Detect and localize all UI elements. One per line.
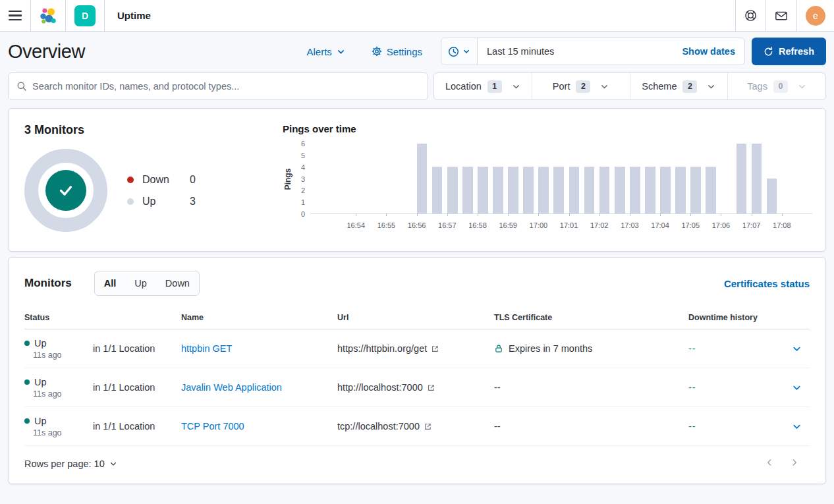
chevron-down-icon xyxy=(109,460,117,468)
ping-bar xyxy=(584,167,595,213)
space-selector[interactable]: D xyxy=(66,0,105,31)
x-tick-mark xyxy=(478,213,478,216)
settings-button[interactable]: Settings xyxy=(372,46,422,57)
space-badge[interactable]: D xyxy=(74,5,96,26)
ping-bar xyxy=(706,167,716,213)
tls-cell: -- xyxy=(494,421,688,432)
x-tick-mark xyxy=(782,213,783,216)
x-tick-mark xyxy=(660,213,661,216)
certificates-status-link[interactable]: Certificates status xyxy=(724,278,810,289)
downtime-history-cell: -- xyxy=(688,421,786,432)
filter-tags-button: Tags 0 xyxy=(728,73,825,99)
gear-icon xyxy=(372,46,382,57)
url-cell: tcp://localhost:7000 xyxy=(337,421,494,432)
legend-label: Up xyxy=(142,196,190,208)
downtime-history-cell: -- xyxy=(688,382,786,393)
x-tick-mark xyxy=(508,213,509,216)
refresh-button[interactable]: Refresh xyxy=(752,38,826,65)
help-icon xyxy=(744,9,757,22)
status-up-dot xyxy=(24,341,30,346)
search-input[interactable] xyxy=(32,81,420,92)
snapshot-legend: Down 0 Up 3 xyxy=(127,174,196,208)
x-tick-label: 17:02 xyxy=(590,221,609,229)
alerts-dropdown-button[interactable]: Alerts xyxy=(306,46,345,57)
legend-dot xyxy=(127,177,134,183)
lock-icon xyxy=(494,344,503,353)
next-page-button[interactable] xyxy=(790,458,799,469)
x-tick-label: 17:05 xyxy=(682,221,700,229)
column-header-url: Url xyxy=(337,308,494,329)
chevron-down-icon xyxy=(792,344,802,354)
status-donut-chart xyxy=(24,149,107,232)
ping-bar xyxy=(417,144,428,213)
filter-location-button[interactable]: Location 1 xyxy=(434,73,532,99)
x-tick-label: 17:07 xyxy=(742,221,761,229)
legend-item-up: Up 3 xyxy=(127,196,196,208)
downtime-history-cell: -- xyxy=(688,343,786,354)
rows-per-page-button[interactable]: Rows per page: 10 xyxy=(24,459,117,469)
status-up-dot xyxy=(24,379,30,385)
status-timestamp: 11s ago xyxy=(33,389,93,399)
external-link-icon[interactable] xyxy=(424,422,432,431)
filter-label: Location xyxy=(445,81,482,92)
x-tick-mark xyxy=(447,213,448,216)
help-button[interactable] xyxy=(735,0,765,31)
chevron-down-icon xyxy=(798,82,806,91)
ping-bar xyxy=(660,167,671,213)
status-label: Up xyxy=(34,338,47,349)
refresh-icon xyxy=(764,47,773,57)
show-dates-button[interactable]: Show dates xyxy=(673,46,744,57)
quick-ranges-button[interactable] xyxy=(441,38,478,65)
page-title: Overview xyxy=(8,41,85,63)
tls-cell: Expires in 7 months xyxy=(494,343,688,354)
legend-value: 0 xyxy=(190,174,196,186)
time-range-value[interactable]: Last 15 minutes xyxy=(478,46,673,57)
monitor-url: tcp://localhost:7000 xyxy=(337,421,420,432)
elastic-logo[interactable] xyxy=(31,0,66,31)
ping-bar xyxy=(462,167,473,213)
settings-label: Settings xyxy=(387,46,422,57)
user-menu[interactable]: e xyxy=(796,0,834,31)
external-link-icon[interactable] xyxy=(431,345,439,353)
tab-up[interactable]: Up xyxy=(125,271,156,295)
status-label: Up xyxy=(34,416,47,426)
chart-plot-area[interactable]: 16:5416:5516:5616:5716:5816:5917:0017:01… xyxy=(310,144,812,214)
y-tick-label: 0 xyxy=(301,210,305,218)
x-tick-label: 17:08 xyxy=(773,221,791,229)
expand-row-button[interactable] xyxy=(786,338,807,359)
search-box[interactable] xyxy=(8,72,428,100)
x-tick-label: 16:54 xyxy=(347,221,366,229)
menu-section[interactable] xyxy=(0,0,31,31)
x-tick-label: 16:57 xyxy=(438,221,457,229)
tab-down[interactable]: Down xyxy=(156,271,199,295)
monitor-name-link[interactable]: Javalin Web Application xyxy=(181,382,282,393)
newsfeed-button[interactable] xyxy=(765,0,796,31)
table-header-row: StatusNameUrlTLS CertificateDowntime his… xyxy=(24,308,810,329)
filter-scheme-button[interactable]: Scheme 2 xyxy=(630,73,729,99)
ping-bar xyxy=(478,167,488,213)
url-cell: https://httpbin.org/get xyxy=(337,343,494,354)
tls-value: -- xyxy=(494,382,501,393)
tab-all[interactable]: All xyxy=(95,271,126,295)
chevron-down-icon xyxy=(512,82,520,91)
previous-page-button[interactable] xyxy=(765,458,774,469)
expand-row-button[interactable] xyxy=(786,377,807,398)
filter-port-button[interactable]: Port 2 xyxy=(532,73,630,99)
filter-label: Scheme xyxy=(642,81,677,92)
ping-bar xyxy=(615,167,625,213)
expand-row-button[interactable] xyxy=(786,416,807,437)
status-cell: Up 11s ago xyxy=(24,377,93,399)
external-link-icon[interactable] xyxy=(427,383,435,392)
mail-icon xyxy=(775,9,788,22)
x-tick-mark xyxy=(690,213,691,216)
x-tick-label: 17:04 xyxy=(651,221,669,229)
url-cell: http://localhost:7000 xyxy=(337,382,494,393)
monitor-name-link[interactable]: TCP Port 7000 xyxy=(181,421,244,432)
monitor-name-link[interactable]: httpbin GET xyxy=(181,343,232,354)
filter-count-badge: 2 xyxy=(682,80,697,93)
user-avatar[interactable]: e xyxy=(806,6,825,26)
table-footer: Rows per page: 10 xyxy=(24,446,810,480)
x-tick-label: 17:00 xyxy=(530,221,548,229)
monitors-title: Monitors xyxy=(24,277,72,290)
hamburger-menu-icon[interactable] xyxy=(9,11,22,21)
